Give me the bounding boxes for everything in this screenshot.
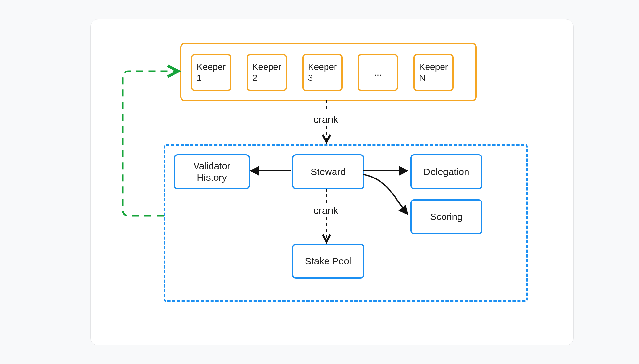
- keeper-label: ...: [374, 67, 382, 78]
- diagram-stage: Keeper1 Keeper2 Keeper3 ... KeeperN Vali…: [0, 0, 639, 364]
- keeper-ellipsis-box: ...: [358, 54, 398, 91]
- keeper-n-box: KeeperN: [413, 54, 454, 91]
- stake-pool-box: Stake Pool: [292, 244, 364, 279]
- keeper-label: Keeper2: [252, 62, 281, 83]
- keeper-label: KeeperN: [419, 62, 448, 83]
- diagram-card: Keeper1 Keeper2 Keeper3 ... KeeperN Vali…: [90, 19, 574, 345]
- steward-box: Steward: [292, 154, 364, 189]
- node-label: Delegation: [423, 166, 469, 178]
- keeper-1-box: Keeper1: [191, 54, 231, 91]
- scoring-box: Scoring: [410, 199, 482, 234]
- keeper-3-box: Keeper3: [302, 54, 343, 91]
- delegation-box: Delegation: [410, 154, 482, 189]
- crank-label-1: crank: [312, 114, 340, 125]
- keeper-label: Keeper1: [197, 62, 226, 83]
- keeper-2-box: Keeper2: [247, 54, 287, 91]
- crank-label-2: crank: [312, 205, 340, 216]
- validator-history-box: ValidatorHistory: [174, 154, 250, 189]
- node-label: ValidatorHistory: [193, 160, 230, 183]
- node-label: Scoring: [430, 211, 463, 223]
- node-label: Steward: [311, 166, 346, 178]
- node-label: Stake Pool: [305, 255, 351, 267]
- keeper-label: Keeper3: [308, 62, 337, 83]
